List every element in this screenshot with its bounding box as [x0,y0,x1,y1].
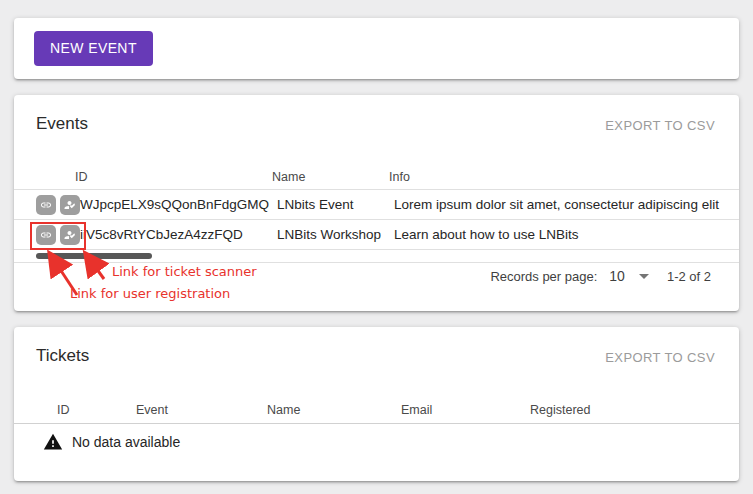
event-name-cell: LNBits Workshop [277,227,394,242]
event-info-cell: Learn about how to use LNBits [394,227,739,242]
events-col-info: Info [389,170,739,184]
tickets-card: Tickets EXPORT TO CSV ID Event Name Emai… [14,327,739,481]
tickets-export-csv-button[interactable]: EXPORT TO CSV [605,350,715,365]
events-col-id: ID [75,170,272,184]
horizontal-scrollbar[interactable] [36,253,152,259]
events-extension-page: NEW EVENT Events EXPORT TO CSV ID Name I… [0,0,753,494]
tickets-title: Tickets [36,346,89,366]
events-card: Events EXPORT TO CSV ID Name Info WJpcpE… [14,95,739,311]
tickets-col-email: Email [401,403,530,417]
link-icon[interactable] [36,225,56,245]
user-check-icon[interactable] [60,225,80,245]
event-id-cell: iiV5c8vRtYCbJezA4zzFQD [80,227,277,242]
events-table-row: WJpcpELX9sQQonBnFdgGMQ LNbits Event Lore… [14,190,739,220]
records-per-page-value: 10 [609,268,625,284]
events-col-name: Name [272,170,389,184]
event-name-cell: LNbits Event [277,197,394,212]
event-id-cell: WJpcpELX9sQQonBnFdgGMQ [80,197,277,212]
events-table-header: ID Name Info [14,165,739,190]
table-divider [14,262,739,263]
tickets-col-name: Name [267,403,401,417]
pagination-range-label: 1-2 of 2 [667,269,711,284]
event-info-cell: Lorem ipsum dolor sit amet, consectetur … [394,197,739,212]
warning-icon [42,432,64,452]
new-event-button[interactable]: NEW EVENT [34,31,153,66]
user-check-icon[interactable] [60,195,80,215]
tickets-table-header: ID Event Name Email Registered [14,397,739,423]
tickets-col-id: ID [57,403,136,417]
no-data-row: No data available [14,424,739,460]
events-pagination: Records per page: 10 1-2 of 2 [490,268,711,284]
events-export-csv-button[interactable]: EXPORT TO CSV [605,118,715,133]
no-data-message: No data available [72,434,180,450]
tickets-col-event: Event [136,403,267,417]
link-icon[interactable] [36,195,56,215]
events-title: Events [36,114,88,134]
events-table-row: iiV5c8vRtYCbJezA4zzFQD LNBits Workshop L… [14,220,739,250]
arrow-drop-down-icon [639,274,649,279]
new-event-card: NEW EVENT [14,18,739,79]
records-per-page-label: Records per page: [490,269,597,284]
tickets-col-registered: Registered [530,403,739,417]
records-per-page-select[interactable]: 10 [609,268,649,284]
